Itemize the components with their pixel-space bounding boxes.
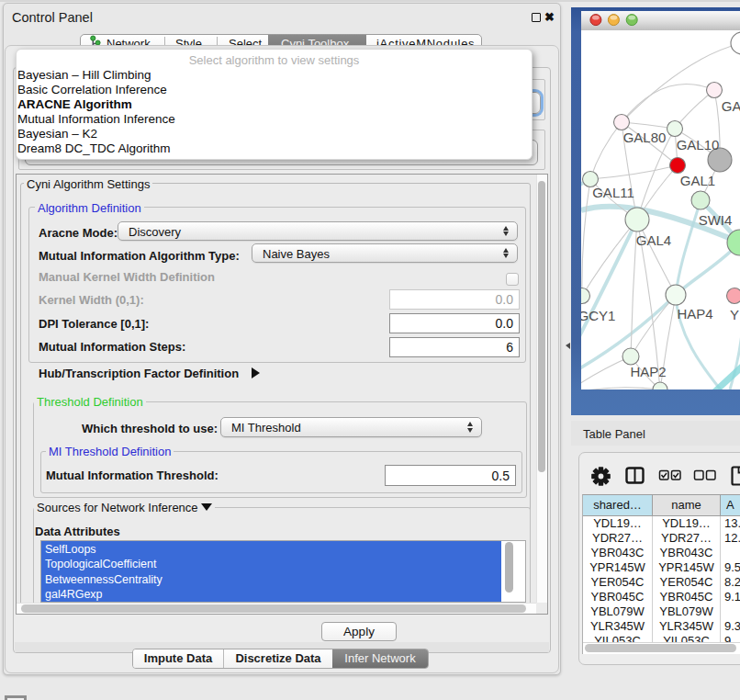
svg-text:GAL2: GAL2 xyxy=(722,98,740,114)
svg-text:SWI4: SWI4 xyxy=(699,212,733,228)
svg-text:GAL1: GAL1 xyxy=(680,173,715,188)
svg-text:Y: Y xyxy=(730,307,739,322)
svg-text:GAL10: GAL10 xyxy=(677,137,720,152)
svg-text:GCY1: GCY1 xyxy=(581,308,615,323)
svg-text:GAL11: GAL11 xyxy=(592,185,634,200)
svg-text:GAL4: GAL4 xyxy=(636,232,671,248)
svg-text:GAL80: GAL80 xyxy=(623,130,667,145)
svg-text:HAP4: HAP4 xyxy=(677,306,712,322)
svg-text:HAP2: HAP2 xyxy=(630,364,666,379)
